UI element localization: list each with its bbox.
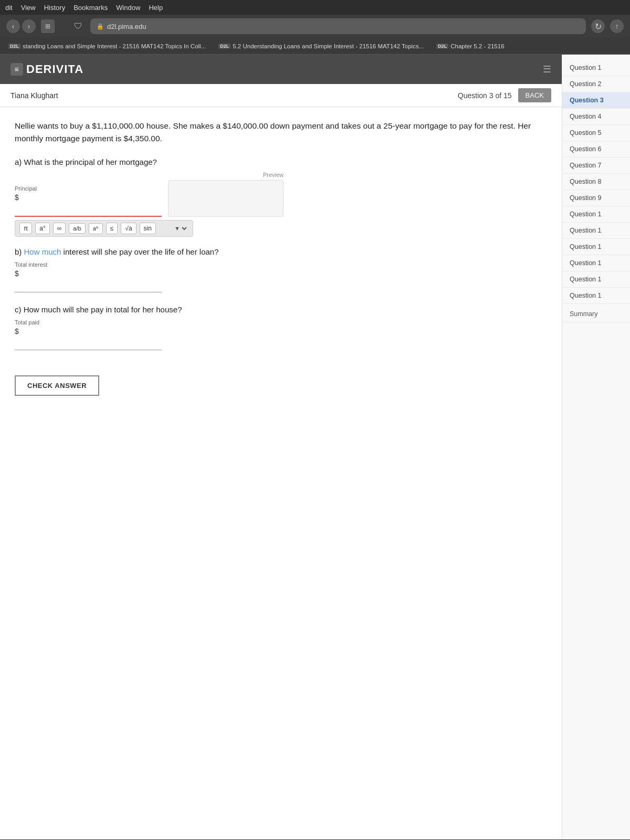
toolbar-pi[interactable]: π	[19, 223, 32, 234]
nav-buttons: ‹ ›	[6, 19, 36, 33]
part-b-label: b) How much interest will she pay over t…	[15, 247, 547, 256]
main-area: ≡ DERIVITA ☰ Tiana Klughart Question 3 o…	[0, 55, 562, 839]
toolbar-fraction[interactable]: a/b	[69, 223, 85, 234]
sidebar-item-q2[interactable]: Question 2	[562, 76, 630, 92]
sidebar-item-summary[interactable]: Summary	[562, 306, 630, 322]
sidebar-item-q11[interactable]: Question 1	[562, 223, 630, 239]
part-c: c) How much will she pay in total for he…	[15, 305, 547, 350]
sidebar-item-q15[interactable]: Question 1	[562, 288, 630, 304]
part-c-dollar-sign: $	[15, 327, 162, 335]
toolbar-leq[interactable]: ≤	[106, 223, 118, 234]
site-logo: ≡ DERIVITA	[10, 62, 83, 76]
bookmark-3[interactable]: D2L Chapter 5.2 - 21516	[433, 42, 507, 50]
part-a-dollar-sign: $	[15, 193, 162, 202]
sidebar-item-q1[interactable]: Question 1	[562, 60, 630, 76]
logo-text: DERIVITA	[26, 62, 83, 76]
part-a-input-wrap: Principal $	[15, 185, 162, 217]
bookmark-1[interactable]: D2L standing Loans and Simple Interest -…	[5, 42, 209, 50]
sidebar-item-q9[interactable]: Question 9	[562, 190, 630, 206]
question-nav: Question 3 of 15 BACK	[458, 88, 551, 102]
menu-help[interactable]: Help	[149, 4, 163, 12]
back-button[interactable]: BACK	[518, 88, 551, 102]
part-a-input-row: Principal $ Preview	[15, 172, 547, 217]
part-c-label: c) How much will she pay in total for he…	[15, 305, 547, 314]
site-header: ≡ DERIVITA ☰	[0, 55, 562, 84]
part-b-input-wrap: Total interest $	[15, 261, 162, 292]
user-info-bar: Tiana Klughart Question 3 of 15 BACK	[0, 84, 562, 107]
sidebar-item-q10[interactable]: Question 1	[562, 206, 630, 223]
menu-window[interactable]: Window	[116, 4, 140, 12]
header-menu-icon[interactable]: ☰	[543, 64, 551, 75]
bookmark-2[interactable]: D2L 5.2 Understanding Loans and Simple I…	[215, 42, 427, 50]
address-bar[interactable]: 🔒 d2l.pima.edu	[90, 18, 586, 34]
page-content: ≡ DERIVITA ☰ Tiana Klughart Question 3 o…	[0, 55, 630, 839]
shield-icon: 🛡	[71, 19, 85, 33]
sidebar-item-q12[interactable]: Question 1	[562, 239, 630, 255]
toolbar-infinity[interactable]: ∞	[53, 223, 66, 234]
part-b-dollar-sign: $	[15, 269, 162, 278]
question-text: Nellie wants to buy a $1,110,000.00 hous…	[15, 120, 547, 145]
back-nav-button[interactable]: ‹	[6, 19, 20, 33]
sidebar-item-q6[interactable]: Question 6	[562, 141, 630, 158]
sidebar-item-q8[interactable]: Question 8	[562, 174, 630, 190]
sidebar-item-q14[interactable]: Question 1	[562, 271, 630, 288]
toolbar-degree[interactable]: a°	[35, 223, 49, 234]
sidebar-item-q3[interactable]: Question 3	[562, 92, 630, 109]
part-b: b) How much interest will she pay over t…	[15, 247, 547, 292]
math-more-dropdown[interactable]: ▼	[172, 225, 188, 232]
math-toolbar: π a° ∞ a/b aᵇ ≤ √a sin ▼	[15, 220, 193, 237]
sidebar-item-q4[interactable]: Question 4	[562, 109, 630, 125]
part-c-input[interactable]	[15, 337, 162, 350]
part-b-field-label: Total interest	[15, 261, 162, 268]
preview-box	[168, 180, 284, 217]
sidebar-item-q7[interactable]: Question 7	[562, 158, 630, 174]
share-button[interactable]: ↑	[610, 19, 624, 33]
user-name: Tiana Klughart	[10, 91, 58, 100]
question-body: Nellie wants to buy a $1,110,000.00 hous…	[0, 107, 562, 839]
sidebar-item-q5[interactable]: Question 5	[562, 125, 630, 141]
question-count: Question 3 of 15	[458, 91, 512, 100]
check-answer-button[interactable]: CHECK ANSWER	[15, 375, 99, 396]
part-a-label: a) What is the principal of her mortgage…	[15, 158, 547, 166]
part-c-input-wrap: Total paid $	[15, 319, 162, 350]
menu-bookmarks[interactable]: Bookmarks	[74, 4, 108, 12]
browser-toolbar: ‹ › ⊞ 🛡 🔒 d2l.pima.edu ↻ ↑	[0, 15, 630, 38]
part-a-field-label: Principal	[15, 185, 162, 192]
lock-icon: 🔒	[97, 23, 104, 30]
refresh-button[interactable]: ↻	[591, 19, 605, 33]
sidebar-item-q13[interactable]: Question 1	[562, 255, 630, 271]
forward-nav-button[interactable]: ›	[22, 19, 36, 33]
url-text: d2l.pima.edu	[107, 23, 146, 30]
toolbar-sin[interactable]: sin	[140, 223, 156, 234]
menu-view[interactable]: View	[21, 4, 36, 12]
tab-view-button[interactable]: ⊞	[41, 19, 55, 33]
menu-bar: dit View History Bookmarks Window Help	[0, 0, 630, 15]
part-b-highlight: How much	[24, 247, 61, 256]
menu-edit[interactable]: dit	[5, 4, 13, 12]
part-c-field-label: Total paid	[15, 319, 162, 326]
toolbar-power[interactable]: aᵇ	[89, 223, 103, 234]
part-a-input[interactable]	[15, 203, 162, 217]
toolbar-sqrt[interactable]: √a	[121, 223, 136, 234]
part-b-input[interactable]	[15, 279, 162, 292]
sidebar: Question 1 Question 2 Question 3 Questio…	[562, 55, 630, 839]
part-a: a) What is the principal of her mortgage…	[15, 158, 547, 237]
menu-history[interactable]: History	[44, 4, 65, 12]
logo-symbol: ≡	[10, 63, 23, 76]
bookmarks-bar: D2L standing Loans and Simple Interest -…	[0, 38, 630, 55]
preview-label: Preview	[263, 172, 284, 178]
